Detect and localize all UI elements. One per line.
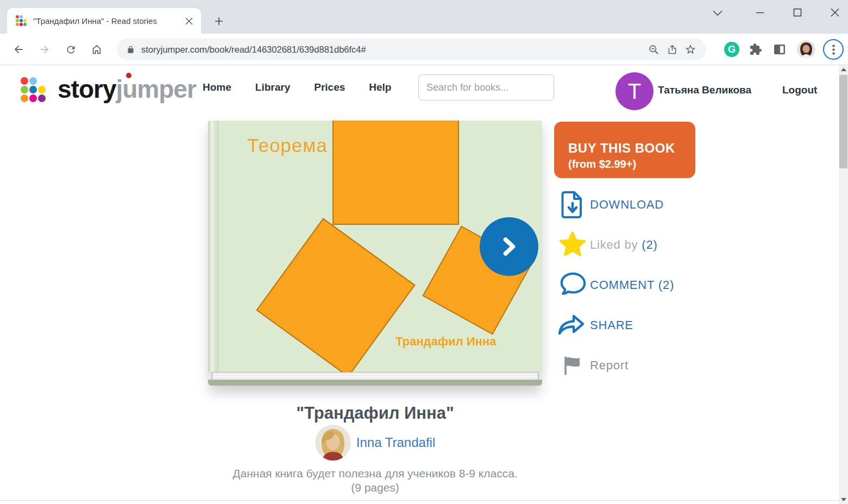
browser-toolbar: storyjumper.com/book/read/146302681/639d…: [0, 34, 848, 65]
nav-library[interactable]: Library: [255, 81, 290, 93]
bookmark-star-icon[interactable]: [681, 40, 700, 59]
tab-search-chevron-icon[interactable]: [708, 4, 727, 22]
pythagoras-square-left: [256, 218, 415, 372]
download-action[interactable]: DOWNLOAD: [555, 190, 707, 219]
download-label: DOWNLOAD: [590, 198, 664, 212]
book-pages-edge: [212, 372, 538, 380]
side-panel-icon[interactable]: [773, 43, 786, 56]
section-divider: [0, 500, 839, 501]
back-icon[interactable]: [8, 39, 29, 60]
new-tab-button[interactable]: [211, 13, 227, 29]
browser-window: "Трандафил Инна" - Read stories: [0, 0, 848, 504]
tab-title: "Трандафил Инна" - Read stories: [33, 16, 173, 26]
reload-icon[interactable]: [60, 39, 81, 60]
storyjumper-logo[interactable]: storyjumper: [21, 75, 196, 104]
comment-label: COMMENT (2): [590, 278, 674, 292]
flag-icon: [555, 351, 590, 380]
nav-prices[interactable]: Prices: [314, 81, 345, 93]
comment-icon: [555, 270, 590, 300]
extensions-puzzle-icon[interactable]: [749, 43, 762, 56]
share-label: SHARE: [590, 318, 633, 332]
user-avatar[interactable]: T: [615, 72, 654, 110]
book-description: Данная книга будет полезна для учеников …: [165, 467, 586, 480]
logo-wordmark: storyjumper: [58, 75, 196, 103]
kebab-menu-icon[interactable]: [823, 39, 844, 60]
author-link[interactable]: Inna Trandafil: [356, 435, 435, 450]
main-nav: Home Library Prices Help: [203, 81, 391, 93]
nav-home[interactable]: Home: [203, 81, 231, 93]
pythagoras-square-top: [332, 121, 459, 225]
share-icon: [555, 311, 590, 340]
storyjumper-favicon-icon: [16, 15, 28, 27]
window-minimize-button[interactable]: [750, 3, 770, 22]
share-action[interactable]: SHARE: [555, 311, 707, 340]
download-icon: [555, 190, 590, 219]
book-title: "Трандафил Инна": [165, 404, 586, 423]
chevron-right-icon: [497, 234, 522, 259]
comment-action[interactable]: COMMENT (2): [555, 270, 707, 300]
profile-avatar[interactable]: [797, 40, 815, 59]
scroll-up-icon[interactable]: [839, 65, 848, 74]
nav-help[interactable]: Help: [369, 81, 391, 93]
url-text[interactable]: storyjumper.com/book/read/146302681/639d…: [141, 45, 644, 55]
scrollbar-thumb[interactable]: [839, 75, 847, 168]
zoom-out-icon[interactable]: [644, 40, 663, 59]
liked-by-action[interactable]: Liked by (2): [555, 230, 707, 260]
user-name[interactable]: Татьяна Великова: [658, 84, 751, 96]
lock-icon: [127, 45, 135, 54]
forward-icon[interactable]: [34, 39, 55, 60]
search-input[interactable]: [426, 82, 552, 93]
share-page-icon[interactable]: [663, 40, 681, 59]
logout-button[interactable]: Logout: [782, 84, 817, 96]
window-maximize-button[interactable]: [788, 3, 807, 22]
report-label: Report: [590, 358, 629, 373]
tab-strip: "Трандафил Инна" - Read stories: [0, 0, 848, 34]
book-page-count: (9 pages): [165, 481, 586, 494]
page-scrollbar[interactable]: [839, 65, 848, 504]
next-page-button[interactable]: [480, 217, 538, 276]
liked-by-label: Liked by (2): [590, 238, 658, 252]
grammarly-icon[interactable]: G: [724, 42, 739, 57]
cover-author: Трандафил Инна: [395, 335, 496, 349]
address-bar[interactable]: storyjumper.com/book/read/146302681/639d…: [117, 39, 706, 60]
book-base-edge: [208, 380, 542, 386]
browser-tab[interactable]: "Трандафил Инна" - Read stories: [7, 8, 201, 34]
author-avatar[interactable]: [315, 425, 351, 461]
storyjumper-dots-icon: [21, 77, 52, 104]
book-search-box[interactable]: [418, 74, 554, 100]
window-close-button[interactable]: [825, 3, 845, 22]
star-icon: [555, 230, 590, 260]
author-row: Inna Trandafil: [165, 424, 586, 461]
tab-close-icon[interactable]: [183, 15, 196, 28]
scroll-down-icon[interactable]: [839, 495, 848, 504]
report-action[interactable]: Report: [555, 351, 707, 380]
buy-book-button[interactable]: BUY THIS BOOK (from $2.99+): [554, 122, 695, 178]
page-content: storyjumper Home Library Prices Help T Т…: [0, 65, 848, 504]
logo-j-dot: [126, 73, 131, 78]
home-icon[interactable]: [86, 39, 108, 60]
